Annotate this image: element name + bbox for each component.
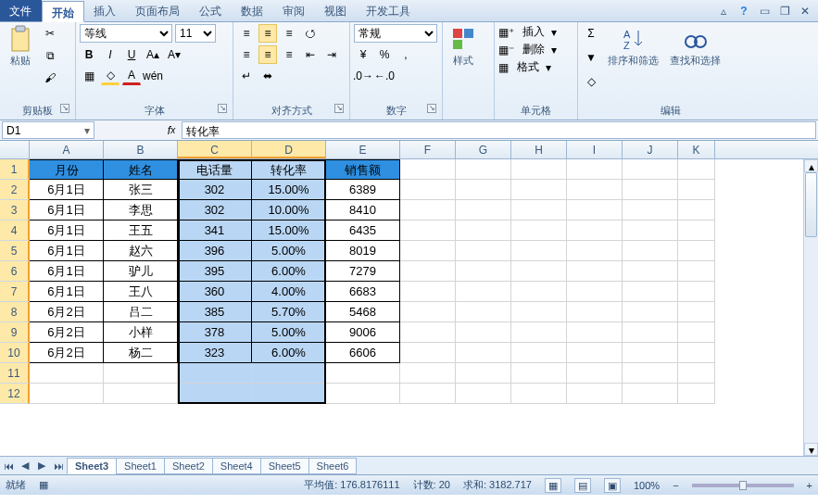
cell-F1[interactable] bbox=[400, 159, 456, 180]
clipboard-dialog-icon[interactable]: ↘ bbox=[60, 104, 69, 113]
sheet-nav-first[interactable]: ⏮ bbox=[0, 460, 17, 472]
cell-F5[interactable] bbox=[400, 241, 456, 261]
tab-formulas[interactable]: 公式 bbox=[190, 0, 232, 21]
cell-I5[interactable] bbox=[567, 241, 623, 261]
cell-K6[interactable] bbox=[678, 261, 715, 282]
cell-J9[interactable] bbox=[623, 322, 678, 343]
cell-J12[interactable] bbox=[623, 384, 678, 404]
cell-J1[interactable] bbox=[623, 159, 678, 180]
vertical-scrollbar[interactable]: ▴ ▾ bbox=[803, 159, 818, 456]
cell-C6[interactable]: 395 bbox=[178, 261, 252, 282]
row-header-6[interactable]: 6 bbox=[0, 261, 30, 282]
worksheet-grid[interactable]: ABCDEFGHIJK 123456789101112 月份姓名电话量转化率销售… bbox=[0, 141, 818, 456]
cell-E4[interactable]: 6435 bbox=[326, 220, 400, 241]
sheet-tab-sheet6[interactable]: Sheet6 bbox=[308, 458, 358, 474]
orientation-button[interactable]: ⭯ bbox=[301, 24, 320, 43]
ribbon-minimize-icon[interactable]: ▵ bbox=[716, 5, 731, 18]
cell-A5[interactable]: 6月1日 bbox=[30, 241, 104, 261]
cell-G10[interactable] bbox=[456, 343, 511, 363]
cell-F2[interactable] bbox=[400, 180, 456, 200]
cell-H4[interactable] bbox=[511, 220, 567, 241]
column-header-H[interactable]: H bbox=[511, 141, 567, 158]
cell-D10[interactable]: 6.00% bbox=[252, 343, 326, 363]
cell-D4[interactable]: 15.00% bbox=[252, 220, 326, 241]
cell-F6[interactable] bbox=[400, 261, 456, 282]
cell-I9[interactable] bbox=[567, 322, 623, 343]
cell-A3[interactable]: 6月1日 bbox=[30, 200, 104, 220]
cell-F11[interactable] bbox=[400, 363, 456, 384]
cell-H10[interactable] bbox=[511, 343, 567, 363]
font-color-button[interactable]: A bbox=[122, 67, 141, 85]
font-name-select[interactable]: 等线 bbox=[80, 24, 172, 43]
tab-developer[interactable]: 开发工具 bbox=[357, 0, 421, 21]
cell-I6[interactable] bbox=[567, 261, 623, 282]
row-header-1[interactable]: 1 bbox=[0, 159, 30, 180]
cell-E9[interactable]: 9006 bbox=[326, 322, 400, 343]
align-left-button[interactable]: ≡ bbox=[237, 45, 256, 64]
cell-B4[interactable]: 王五 bbox=[104, 220, 178, 241]
grow-font-button[interactable]: A▴ bbox=[144, 45, 162, 64]
cell-F7[interactable] bbox=[400, 282, 456, 302]
cell-K10[interactable] bbox=[678, 343, 715, 363]
cell-H5[interactable] bbox=[511, 241, 567, 261]
cell-B6[interactable]: 驴儿 bbox=[104, 261, 178, 282]
cell-J11[interactable] bbox=[623, 363, 678, 384]
row-header-5[interactable]: 5 bbox=[0, 241, 30, 261]
insert-cells-button[interactable]: ▦⁺ 插入 ▾ bbox=[498, 24, 557, 40]
merge-center-button[interactable]: ⬌ bbox=[258, 67, 277, 85]
border-button[interactable]: ▦ bbox=[80, 67, 98, 85]
cell-J10[interactable] bbox=[623, 343, 678, 363]
tab-insert[interactable]: 插入 bbox=[84, 0, 126, 21]
align-bottom-button[interactable]: ≡ bbox=[280, 24, 298, 43]
cell-I8[interactable] bbox=[567, 302, 623, 322]
cell-F10[interactable] bbox=[400, 343, 456, 363]
cell-I3[interactable] bbox=[567, 200, 623, 220]
cell-H9[interactable] bbox=[511, 322, 567, 343]
cell-I1[interactable] bbox=[567, 159, 623, 180]
cell-F8[interactable] bbox=[400, 302, 456, 322]
window-close-icon[interactable]: ✕ bbox=[798, 5, 812, 18]
view-normal-button[interactable]: ▦ bbox=[545, 478, 561, 493]
indent-increase-button[interactable]: ⇥ bbox=[322, 45, 341, 64]
cell-G9[interactable] bbox=[456, 322, 511, 343]
cell-C1[interactable]: 电话量 bbox=[178, 159, 252, 180]
row-header-7[interactable]: 7 bbox=[0, 282, 30, 302]
cut-button[interactable]: ✂ bbox=[41, 24, 59, 43]
cell-F9[interactable] bbox=[400, 322, 456, 343]
column-header-C[interactable]: C bbox=[178, 141, 252, 158]
cell-E10[interactable]: 6606 bbox=[326, 343, 400, 363]
cell-G2[interactable] bbox=[456, 180, 511, 200]
window-restore-icon[interactable]: ❐ bbox=[777, 5, 792, 18]
sort-filter-button[interactable]: AZ 排序和筛选 bbox=[604, 24, 662, 69]
column-header-A[interactable]: A bbox=[30, 141, 104, 158]
cell-K1[interactable] bbox=[678, 159, 715, 180]
column-header-E[interactable]: E bbox=[326, 141, 400, 158]
autosum-button[interactable]: Σ bbox=[582, 24, 600, 43]
tab-view[interactable]: 视图 bbox=[315, 0, 357, 21]
tab-data[interactable]: 数据 bbox=[232, 0, 273, 21]
cell-H11[interactable] bbox=[511, 363, 567, 384]
cell-I12[interactable] bbox=[567, 384, 623, 404]
row-header-4[interactable]: 4 bbox=[0, 220, 30, 241]
cell-E6[interactable]: 7279 bbox=[326, 261, 400, 282]
cell-C9[interactable]: 378 bbox=[178, 322, 252, 343]
align-dialog-icon[interactable]: ↘ bbox=[334, 104, 344, 113]
cell-C7[interactable]: 360 bbox=[178, 282, 252, 302]
tab-home[interactable]: 开始 bbox=[42, 1, 84, 22]
align-center-button[interactable]: ≡ bbox=[258, 45, 277, 64]
column-header-D[interactable]: D bbox=[252, 141, 326, 158]
fill-button[interactable]: ▼ bbox=[582, 48, 600, 67]
cell-D7[interactable]: 4.00% bbox=[252, 282, 326, 302]
cell-B7[interactable]: 王八 bbox=[104, 282, 178, 302]
cell-A11[interactable] bbox=[30, 363, 104, 384]
cell-E3[interactable]: 8410 bbox=[326, 200, 400, 220]
status-record-icon[interactable]: ▦ bbox=[39, 479, 48, 491]
clear-button[interactable]: ◇ bbox=[582, 72, 600, 91]
scroll-up-icon[interactable]: ▴ bbox=[804, 159, 818, 172]
cell-C5[interactable]: 396 bbox=[178, 241, 252, 261]
sheet-tab-sheet3[interactable]: Sheet3 bbox=[67, 458, 117, 474]
cell-J8[interactable] bbox=[623, 302, 678, 322]
align-right-button[interactable]: ≡ bbox=[280, 45, 298, 64]
tab-page-layout[interactable]: 页面布局 bbox=[126, 0, 190, 21]
cell-A4[interactable]: 6月1日 bbox=[30, 220, 104, 241]
